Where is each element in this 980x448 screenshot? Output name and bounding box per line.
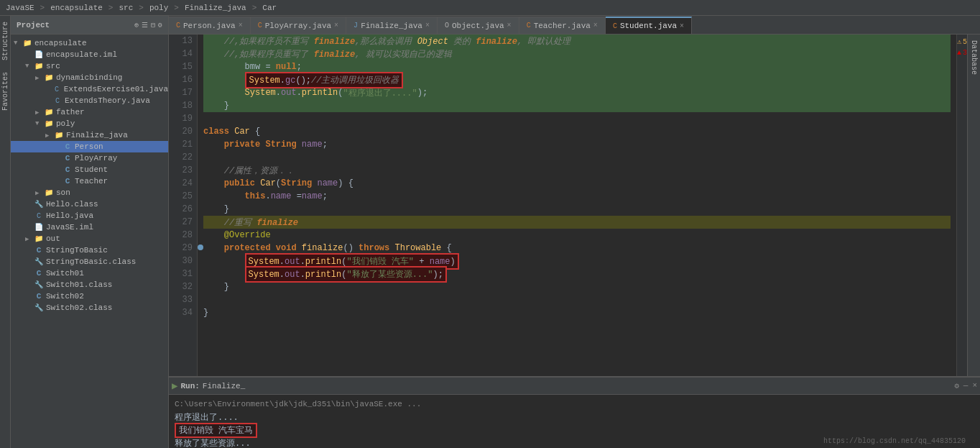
tree-label-father: father — [56, 108, 85, 116]
tab-close[interactable]: × — [593, 22, 598, 29]
tab-label: Student.java — [620, 22, 677, 30]
tree-item-ploy-array[interactable]: C PloyArray — [11, 152, 168, 164]
tree-item-person[interactable]: C Person — [11, 141, 168, 152]
tree-item-extends01[interactable]: C ExtendsExercise01.java — [11, 83, 168, 95]
output-text-3: 释放了某些资源... — [175, 437, 251, 449]
code-line-23: //属性，资源．． — [203, 164, 951, 177]
iml-icon: 📄 — [34, 222, 44, 232]
line-num-26: 26 — [169, 203, 197, 216]
tree-item-src[interactable]: ▼ 📁 src — [11, 60, 168, 72]
breadcrumb-car[interactable]: Car — [262, 4, 277, 12]
tree-arrow[interactable]: ▶ — [35, 109, 44, 116]
warning-icon: ⚠ — [957, 37, 961, 46]
project-panel: Project ⊕ ☰ ⊟ ⚙ ▼ 📁 encapsulate 📄 encaps — [11, 16, 169, 448]
tab-label: Finalize_java — [361, 22, 422, 30]
tree-label: out — [46, 234, 60, 243]
tab-label: Teacher.java — [534, 22, 591, 30]
tree-label: Switch01 — [46, 269, 84, 278]
line-num-20: 20 — [169, 125, 197, 138]
breadcrumb-finalize[interactable]: Finalize_java — [185, 4, 246, 12]
tab-object-java[interactable]: O Object.java × — [438, 17, 519, 34]
line-num-24: 24 — [169, 177, 197, 190]
tree-item-string-basic[interactable]: C StringToBasic — [11, 244, 168, 256]
code-editor[interactable]: //,如果程序员不重写 finalize,那么就会调用 Object 类的 fi… — [198, 35, 956, 376]
tree-arrow[interactable]: ▼ — [35, 120, 44, 127]
breadcrumb-javase[interactable]: JavaSE — [6, 4, 34, 12]
tree-arrow[interactable]: ▶ — [35, 189, 44, 197]
line-num-31: 31 — [169, 268, 197, 280]
class-icon: 🔧 — [34, 280, 44, 290]
breakpoint-dot — [198, 244, 203, 250]
left-sidebar: Structure Favorites — [0, 16, 11, 448]
tab-person-java[interactable]: C Person.java × — [169, 17, 251, 34]
folder-icon: 📁 — [44, 119, 54, 129]
tab-close[interactable]: × — [334, 22, 338, 29]
breadcrumb-encapsulate[interactable]: encapsulate — [50, 4, 103, 12]
run-icon[interactable]: ▶ — [172, 380, 177, 392]
folder-icon: 📁 — [34, 61, 44, 71]
code-text: this — [245, 191, 266, 201]
code-line-18: } — [203, 99, 951, 112]
breadcrumb-poly[interactable]: poly — [149, 4, 168, 12]
align-icon[interactable]: ☰ — [142, 21, 148, 29]
tab-close[interactable]: × — [425, 22, 430, 29]
tab-teacher-java[interactable]: C Teacher.java × — [519, 17, 606, 34]
code-line-16: System.gc();//主动调用垃圾回收器 — [203, 73, 951, 86]
tree-item-hello-java[interactable]: C Hello.java — [11, 210, 168, 221]
tree-arrow[interactable]: ▶ — [25, 235, 34, 243]
tab-close[interactable]: × — [680, 22, 684, 30]
tree-item-student[interactable]: C Student — [11, 164, 168, 175]
tree-item-encapsulate[interactable]: ▼ 📁 encapsulate — [11, 37, 168, 49]
tree-arrow[interactable]: ▼ — [14, 40, 22, 47]
code-text: } — [203, 308, 208, 318]
tree-item-dynamicbinding[interactable]: ▶ 📁 dynamicbinding — [11, 72, 168, 83]
tree-item-teacher[interactable]: C Teacher — [11, 175, 168, 187]
tree-item-son[interactable]: ▶ 📁 son — [11, 187, 168, 198]
tab-close[interactable]: × — [507, 22, 512, 29]
breadcrumb-src[interactable]: src — [119, 4, 133, 12]
tab-finalize-java[interactable]: J Finalize_java × — [346, 17, 438, 34]
tab-ploy-array[interactable]: C PloyArray.java × — [251, 17, 346, 34]
tree-item-finalize-java[interactable]: ▶ 📁 Finalize_java — [11, 129, 168, 141]
close-bottom-icon[interactable]: × — [972, 381, 977, 390]
structure-tab[interactable]: Structure — [0, 16, 11, 66]
tree-item-out[interactable]: ▶ 📁 out — [11, 233, 168, 244]
tree-arrow[interactable]: ▶ — [45, 132, 54, 140]
code-line-20: class Car { — [203, 125, 951, 138]
line-num-16: 16 — [169, 73, 197, 86]
tree-item-string-basic-class[interactable]: 🔧 StringToBasic.class — [11, 256, 168, 268]
tree-arrow[interactable]: ▼ — [25, 63, 34, 70]
tree-item-switch02[interactable]: C Switch02 — [11, 291, 168, 302]
gear-icon[interactable]: ⚙ — [954, 381, 959, 390]
folder-icon: 📁 — [44, 188, 54, 198]
favorites-tab[interactable]: Favorites — [0, 66, 11, 116]
tree-item-father[interactable]: ▶ 📁 father — [11, 106, 168, 118]
folder-icon: 📁 — [34, 234, 44, 244]
tree-label: ExtendsExercise01.java — [64, 85, 168, 93]
code-line-34: } — [203, 306, 951, 319]
tab-close[interactable]: × — [239, 22, 243, 29]
tab-student-java[interactable]: C Student.java × — [606, 17, 692, 34]
minimize-icon[interactable]: — — [963, 381, 969, 390]
java-c-icon: C — [34, 291, 44, 301]
database-tab[interactable]: Database — [969, 35, 979, 81]
line-num-22: 22 — [169, 151, 197, 164]
panel-header-icons: ⊕ ☰ ⊟ ⚙ — [134, 21, 162, 29]
tree-item-encapsulate-iml[interactable]: 📄 encapsulate.iml — [11, 49, 168, 60]
tree-arrow[interactable]: ▶ — [35, 74, 44, 82]
tree-item-poly[interactable]: ▼ 📁 poly — [11, 118, 168, 129]
settings-icon[interactable]: ⚙ — [158, 21, 162, 29]
tree-item-hello-class[interactable]: 🔧 Hello.class — [11, 198, 168, 210]
tree-item-switch01[interactable]: C Switch01 — [11, 268, 168, 279]
tree-item-javase-iml[interactable]: 📄 JavaSE.iml — [11, 221, 168, 233]
code-text: } — [224, 282, 229, 292]
collapse-icon[interactable]: ⊟ — [151, 21, 155, 29]
tree-item-switch02-class[interactable]: 🔧 Switch02.class — [11, 302, 168, 314]
tree-item-extends-theory[interactable]: C ExtendsTheory.java — [11, 95, 168, 106]
code-text: } — [224, 101, 229, 111]
tab-icon: J — [353, 22, 358, 29]
tab-icon: C — [613, 22, 617, 30]
add-icon[interactable]: ⊕ — [134, 21, 139, 29]
tree-item-switch01-class[interactable]: 🔧 Switch01.class — [11, 279, 168, 291]
line-num-17: 17 — [169, 86, 197, 99]
